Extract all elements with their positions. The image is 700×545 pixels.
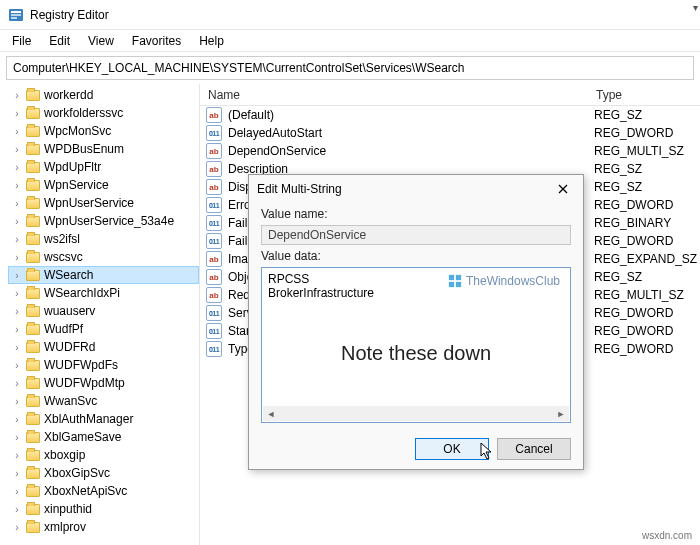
tree-item[interactable]: ›WudfPf xyxy=(8,320,199,338)
tree-item[interactable]: ›wuauserv xyxy=(8,302,199,320)
address-bar[interactable]: Computer\HKEY_LOCAL_MACHINE\SYSTEM\Curre… xyxy=(6,56,694,80)
menu-file[interactable]: File xyxy=(4,32,39,50)
tree-item-label: workerdd xyxy=(44,88,93,102)
chevron-right-icon[interactable]: › xyxy=(12,432,22,443)
value-row[interactable]: abDependOnService xyxy=(200,142,588,160)
tree-item[interactable]: ›WSearch xyxy=(8,266,199,284)
tree-item[interactable]: ›wscsvc xyxy=(8,248,199,266)
scroll-right-icon[interactable]: ► xyxy=(553,406,569,421)
value-row[interactable]: ab(Default) xyxy=(200,106,588,124)
chevron-right-icon[interactable]: › xyxy=(12,126,22,137)
folder-icon xyxy=(26,234,40,245)
tree-item[interactable]: ›XboxGipSvc xyxy=(8,464,199,482)
chevron-down-icon[interactable]: ▾ xyxy=(693,2,698,13)
tree-item[interactable]: ›WUDFRd xyxy=(8,338,199,356)
chevron-right-icon[interactable]: › xyxy=(12,198,22,209)
chevron-right-icon[interactable]: › xyxy=(12,504,22,515)
tree-item[interactable]: ›XblGameSave xyxy=(8,428,199,446)
value-name-field[interactable]: DependOnService xyxy=(261,225,571,245)
tree-item[interactable]: ›xmlprov xyxy=(8,518,199,536)
column-header-name[interactable]: Name xyxy=(200,84,588,106)
string-value-icon: ab xyxy=(206,269,222,285)
tree-item[interactable]: ›WSearchIdxPi xyxy=(8,284,199,302)
tree-item[interactable]: ›WpnService xyxy=(8,176,199,194)
tree-item[interactable]: ›WUDFWpdFs xyxy=(8,356,199,374)
close-button[interactable] xyxy=(551,179,575,199)
tree-item[interactable]: ›XblAuthManager xyxy=(8,410,199,428)
horizontal-scrollbar[interactable]: ◄ ► xyxy=(263,406,569,421)
tree-item[interactable]: ›workerdd xyxy=(8,86,199,104)
menu-edit[interactable]: Edit xyxy=(41,32,78,50)
tree-item-label: workfolderssvc xyxy=(44,106,123,120)
tree-item[interactable]: ›WUDFWpdMtp xyxy=(8,374,199,392)
chevron-right-icon[interactable]: › xyxy=(12,396,22,407)
chevron-right-icon[interactable]: › xyxy=(12,414,22,425)
chevron-right-icon[interactable]: › xyxy=(12,180,22,191)
chevron-right-icon[interactable]: › xyxy=(12,162,22,173)
svg-rect-6 xyxy=(449,275,454,280)
chevron-right-icon[interactable]: › xyxy=(12,270,22,281)
chevron-right-icon[interactable]: › xyxy=(12,108,22,119)
chevron-right-icon[interactable]: › xyxy=(12,378,22,389)
value-type: REG_DWORD xyxy=(588,304,700,322)
title-bar: Registry Editor xyxy=(0,0,700,30)
chevron-right-icon[interactable]: › xyxy=(12,90,22,101)
menu-help[interactable]: Help xyxy=(191,32,232,50)
tree-item-label: WPDBusEnum xyxy=(44,142,124,156)
tree-item[interactable]: ›WpnUserService xyxy=(8,194,199,212)
folder-icon xyxy=(26,522,40,533)
chevron-right-icon[interactable]: › xyxy=(12,234,22,245)
scroll-left-icon[interactable]: ◄ xyxy=(263,406,279,421)
chevron-right-icon[interactable]: › xyxy=(12,450,22,461)
tree-item[interactable]: ›XboxNetApiSvc xyxy=(8,482,199,500)
tree-item-label: wuauserv xyxy=(44,304,95,318)
folder-icon xyxy=(26,324,40,335)
tree-item[interactable]: ›WpnUserService_53a4e xyxy=(8,212,199,230)
tree-item[interactable]: ›ws2ifsl xyxy=(8,230,199,248)
tree-item[interactable]: ›WpdUpFltr xyxy=(8,158,199,176)
tree-item-label: xmlprov xyxy=(44,520,86,534)
value-type: REG_SZ xyxy=(588,106,700,124)
tree-item-label: WudfPf xyxy=(44,322,83,336)
chevron-right-icon[interactable]: › xyxy=(12,360,22,371)
chevron-right-icon[interactable]: › xyxy=(12,468,22,479)
tree-item-label: WpnService xyxy=(44,178,109,192)
chevron-right-icon[interactable]: › xyxy=(12,324,22,335)
chevron-right-icon[interactable]: › xyxy=(12,306,22,317)
string-value-icon: ab xyxy=(206,179,222,195)
tree-item[interactable]: ›WpcMonSvc xyxy=(8,122,199,140)
tree-item-label: WUDFWpdMtp xyxy=(44,376,125,390)
tree-item[interactable]: ›workfolderssvc xyxy=(8,104,199,122)
tree-item-label: WSearch xyxy=(44,268,93,282)
column-header-type[interactable]: Type xyxy=(588,84,700,106)
address-text: Computer\HKEY_LOCAL_MACHINE\SYSTEM\Curre… xyxy=(13,61,464,75)
menu-favorites[interactable]: Favorites xyxy=(124,32,189,50)
svg-rect-7 xyxy=(456,275,461,280)
chevron-right-icon[interactable]: › xyxy=(12,144,22,155)
chevron-right-icon[interactable]: › xyxy=(12,288,22,299)
folder-icon xyxy=(26,108,40,119)
value-row[interactable]: 011DelayedAutoStart xyxy=(200,124,588,142)
tree-item[interactable]: ›WwanSvc xyxy=(8,392,199,410)
tree-view[interactable]: ›workerdd›workfolderssvc›WpcMonSvc›WPDBu… xyxy=(0,84,200,545)
chevron-right-icon[interactable]: › xyxy=(12,252,22,263)
tree-item[interactable]: ›xboxgip xyxy=(8,446,199,464)
chevron-right-icon[interactable]: › xyxy=(12,486,22,497)
folder-icon xyxy=(26,126,40,137)
chevron-right-icon[interactable]: › xyxy=(12,216,22,227)
string-value-icon: ab xyxy=(206,251,222,267)
folder-icon xyxy=(26,306,40,317)
tree-item[interactable]: ›WPDBusEnum xyxy=(8,140,199,158)
ok-button[interactable]: OK xyxy=(415,438,489,460)
tree-item-label: ws2ifsl xyxy=(44,232,80,246)
cancel-button[interactable]: Cancel xyxy=(497,438,571,460)
chevron-right-icon[interactable]: › xyxy=(12,342,22,353)
tree-item[interactable]: ›xinputhid xyxy=(8,500,199,518)
value-type: REG_SZ xyxy=(588,268,700,286)
menu-view[interactable]: View xyxy=(80,32,122,50)
value-type: REG_DWORD xyxy=(588,232,700,250)
app-icon xyxy=(8,7,24,23)
chevron-right-icon[interactable]: › xyxy=(12,522,22,533)
folder-icon xyxy=(26,90,40,101)
binary-value-icon: 011 xyxy=(206,305,222,321)
